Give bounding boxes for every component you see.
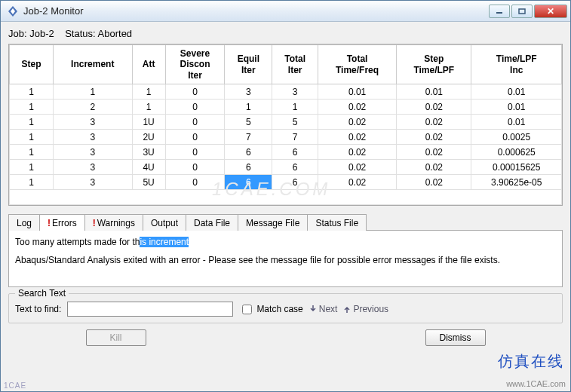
table-cell[interactable]: 1 xyxy=(10,175,54,190)
table-cell[interactable]: 0 xyxy=(165,115,225,130)
table-cell[interactable]: 0.000625 xyxy=(471,145,562,160)
table-row[interactable]: 1210110.020.020.01 xyxy=(10,100,562,115)
table-cell[interactable]: 0.00015625 xyxy=(471,160,562,175)
tab-data-file[interactable]: Data File xyxy=(186,214,238,231)
table-row[interactable]: 1110330.010.010.01 xyxy=(10,84,562,100)
table-cell[interactable]: 0.02 xyxy=(318,100,396,115)
table-cell[interactable]: 3 xyxy=(53,145,132,160)
table-cell[interactable]: 3.90625e-05 xyxy=(471,175,562,190)
col-time-lpf-inc[interactable]: Time/LPFInc xyxy=(471,45,562,84)
tab-message-file[interactable]: Message File xyxy=(238,214,308,231)
table-cell[interactable]: 0.02 xyxy=(318,145,396,160)
tab-log[interactable]: Log xyxy=(8,214,40,231)
table-cell[interactable]: 5 xyxy=(225,115,272,130)
table-cell[interactable]: 6 xyxy=(225,160,272,175)
col-total-iter[interactable]: TotalIter xyxy=(272,45,318,84)
tab-output[interactable]: Output xyxy=(143,214,186,231)
table-cell[interactable]: 3 xyxy=(53,160,132,175)
table-cell[interactable]: 0.02 xyxy=(318,130,396,145)
table-row[interactable]: 134U0660.020.020.00015625 xyxy=(10,160,562,175)
table-cell[interactable]: 0.01 xyxy=(471,84,562,100)
table-cell[interactable]: 6 xyxy=(272,160,318,175)
table-cell[interactable]: 0 xyxy=(165,145,225,160)
window-buttons: ✕ xyxy=(489,5,567,18)
table-cell[interactable]: 1U xyxy=(132,115,165,130)
titlebar[interactable]: Job-2 Monitor ✕ xyxy=(1,1,570,22)
table-cell[interactable]: 0.02 xyxy=(397,130,471,145)
table-cell[interactable]: 3 xyxy=(225,84,272,100)
col-step[interactable]: Step xyxy=(10,45,54,84)
tab-status-file[interactable]: Status File xyxy=(307,214,367,231)
table-cell[interactable]: 7 xyxy=(272,130,318,145)
table-cell[interactable]: 0.02 xyxy=(318,115,396,130)
col-total-time[interactable]: TotalTime/Freq xyxy=(318,45,396,84)
table-cell[interactable]: 1 xyxy=(10,84,54,100)
dismiss-button[interactable]: Dismiss xyxy=(425,329,486,346)
table-cell[interactable]: 0.02 xyxy=(397,115,471,130)
table-cell[interactable]: 3 xyxy=(53,130,132,145)
close-button[interactable]: ✕ xyxy=(534,5,567,18)
table-cell[interactable]: 0.02 xyxy=(397,100,471,115)
table-cell[interactable]: 1 xyxy=(10,145,54,160)
table-cell[interactable]: 2 xyxy=(53,100,132,115)
table-cell[interactable]: 1 xyxy=(132,84,165,100)
table-cell[interactable]: 1 xyxy=(272,100,318,115)
tab-errors[interactable]: !Errors xyxy=(39,214,85,231)
col-severe-discon[interactable]: SevereDisconIter xyxy=(165,45,225,84)
table-cell[interactable]: 0 xyxy=(165,160,225,175)
col-att[interactable]: Att xyxy=(132,45,165,84)
table-cell[interactable]: 0 xyxy=(165,175,225,190)
table-cell[interactable]: 3 xyxy=(272,84,318,100)
table-cell[interactable]: 3 xyxy=(53,175,132,190)
table-cell[interactable]: 0 xyxy=(165,84,225,100)
table-cell[interactable]: 0.01 xyxy=(318,84,396,100)
table-cell[interactable]: 0.01 xyxy=(471,100,562,115)
table-cell[interactable]: 6 xyxy=(272,145,318,160)
table-cell[interactable]: 0 xyxy=(165,100,225,115)
table-row[interactable]: 135U0660.020.023.90625e-05 xyxy=(10,175,562,190)
table-cell[interactable]: 3U xyxy=(132,145,165,160)
minimize-button[interactable] xyxy=(489,5,510,18)
table-cell[interactable]: 6 xyxy=(272,175,318,190)
previous-button[interactable]: Previous xyxy=(343,304,388,314)
table-cell[interactable]: 2U xyxy=(132,130,165,145)
table-cell[interactable]: 0.02 xyxy=(397,160,471,175)
match-case-checkbox[interactable]: Match case xyxy=(239,302,302,317)
table-cell[interactable]: 0.02 xyxy=(397,145,471,160)
data-table[interactable]: Step Increment Att SevereDisconIter Equi… xyxy=(9,44,562,205)
table-cell[interactable]: 5U xyxy=(132,175,165,190)
table-cell[interactable]: 5 xyxy=(272,115,318,130)
search-input[interactable] xyxy=(67,302,233,317)
table-cell[interactable]: 1 xyxy=(225,100,272,115)
table-cell[interactable]: 6 xyxy=(225,175,272,190)
table-cell[interactable]: 1 xyxy=(132,100,165,115)
table-row[interactable]: 133U0660.020.020.000625 xyxy=(10,145,562,160)
status-line: Job: Job-2 Status: Aborted xyxy=(8,28,563,39)
table-cell[interactable]: 6 xyxy=(225,145,272,160)
error-message-box[interactable]: Too many attempts made for this incremen… xyxy=(8,230,563,287)
table-cell[interactable]: 0.02 xyxy=(397,175,471,190)
table-cell[interactable]: 0.01 xyxy=(397,84,471,100)
table-cell[interactable]: 7 xyxy=(225,130,272,145)
table-cell[interactable]: 1 xyxy=(10,100,54,115)
table-cell[interactable]: 3 xyxy=(53,115,132,130)
table-cell[interactable]: 0.02 xyxy=(318,160,396,175)
match-case-input[interactable] xyxy=(242,305,252,314)
table-cell[interactable]: 0.01 xyxy=(471,115,562,130)
col-increment[interactable]: Increment xyxy=(53,45,132,84)
table-cell[interactable]: 1 xyxy=(10,160,54,175)
col-step-time[interactable]: StepTime/LPF xyxy=(397,45,471,84)
table-cell[interactable]: 0.0025 xyxy=(471,130,562,145)
table-cell[interactable]: 1 xyxy=(10,115,54,130)
table-cell[interactable]: 4U xyxy=(132,160,165,175)
tab-warnings[interactable]: !Warnings xyxy=(84,214,143,231)
maximize-button[interactable] xyxy=(511,5,533,18)
next-button[interactable]: Next xyxy=(309,304,338,314)
table-row[interactable]: 131U0550.020.020.01 xyxy=(10,115,562,130)
table-cell[interactable]: 0.02 xyxy=(318,175,396,190)
table-cell[interactable]: 1 xyxy=(53,84,132,100)
table-cell[interactable]: 0 xyxy=(165,130,225,145)
col-equil-iter[interactable]: EquilIter xyxy=(225,45,272,84)
table-cell[interactable]: 1 xyxy=(10,130,54,145)
table-row[interactable]: 132U0770.020.020.0025 xyxy=(10,130,562,145)
